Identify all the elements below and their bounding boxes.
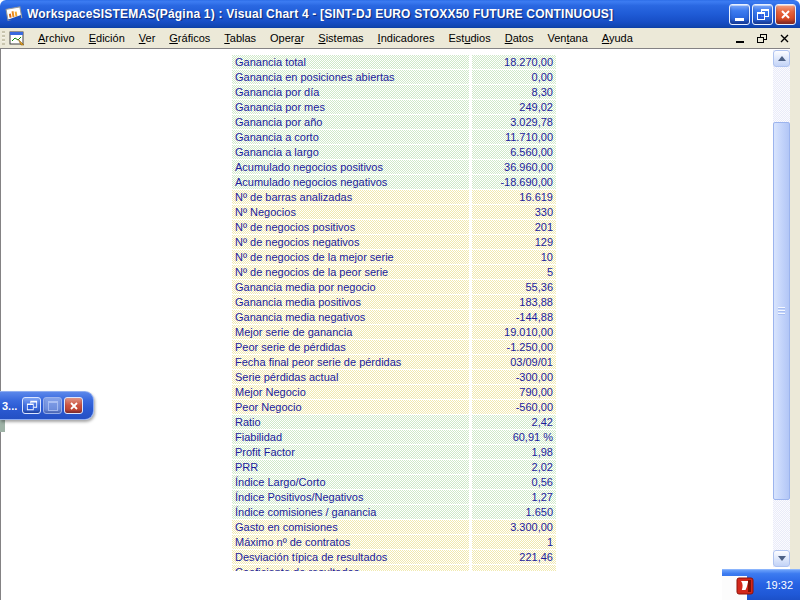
stats-row-ganancia-total[interactable]: Ganancia total18.270,00 bbox=[232, 55, 556, 69]
stats-row-n-de-negocios-de-la-mejor-serie[interactable]: Nº de negocios de la mejor serie10 bbox=[232, 250, 556, 264]
stat-label: Índice Largo/Corto bbox=[232, 475, 469, 489]
stat-value: 60,91 % bbox=[472, 430, 556, 444]
stat-value: -300,00 bbox=[472, 370, 556, 384]
stat-label: Nº de negocios positivos bbox=[232, 220, 469, 234]
stat-value: 790,00 bbox=[472, 385, 556, 399]
stat-label: Mejor serie de ganancia bbox=[232, 325, 469, 339]
stats-row-coeficiente-de-resultados[interactable]: Coeficiente de resultados bbox=[232, 565, 556, 571]
toolbar-grip[interactable] bbox=[2, 31, 5, 45]
stat-value: 1 bbox=[472, 535, 556, 549]
stat-value: 330 bbox=[472, 205, 556, 219]
stat-label: Máximo nº de contratos bbox=[232, 535, 469, 549]
stats-row-ganancia-media-negativos[interactable]: Ganancia media negativos-144,88 bbox=[232, 310, 556, 324]
stats-row-n-de-negocios-de-la-peor-serie[interactable]: Nº de negocios de la peor serie5 bbox=[232, 265, 556, 279]
visual-chart-tray-icon[interactable] bbox=[736, 577, 754, 595]
menu-item-edicion[interactable]: Edición bbox=[82, 28, 132, 48]
chart-document-icon bbox=[9, 31, 25, 46]
menu-item-archivo[interactable]: Archivo bbox=[31, 28, 82, 48]
stat-label: Ganancia por mes bbox=[232, 100, 469, 114]
stats-row-n-de-barras-analizadas[interactable]: Nº de barras analizadas16.619 bbox=[232, 190, 556, 204]
menu-item-operar[interactable]: Operar bbox=[263, 28, 311, 48]
menu-item-ayuda[interactable]: Ayuda bbox=[595, 28, 640, 48]
child-close-button[interactable] bbox=[776, 31, 792, 45]
stats-row-indice-positivos-negativos[interactable]: Índice Positivos/Negativos1,27 bbox=[232, 490, 556, 504]
stats-row-peor-serie-de-perdidas[interactable]: Peor serie de pérdidas-1.250,00 bbox=[232, 340, 556, 354]
scroll-up-icon bbox=[778, 56, 786, 61]
minimized-window-titlebar[interactable]: 3... bbox=[0, 391, 94, 420]
stat-value: 10 bbox=[472, 250, 556, 264]
menu-item-tablas[interactable]: Tablas bbox=[217, 28, 263, 48]
taskbar-tray: 19:32 bbox=[722, 569, 800, 600]
stats-row-peor-negocio[interactable]: Peor Negocio-560,00 bbox=[232, 400, 556, 414]
menu-item-ventana[interactable]: Ventana bbox=[540, 28, 594, 48]
stat-value: 249,02 bbox=[472, 100, 556, 114]
stats-row-fecha-final-peor-serie-de-perdidas[interactable]: Fecha final peor serie de pérdidas03/09/… bbox=[232, 355, 556, 369]
stats-row-acumulado-negocios-negativos[interactable]: Acumulado negocios negativos-18.690,00 bbox=[232, 175, 556, 189]
stat-value: 183,88 bbox=[472, 295, 556, 309]
vertical-scrollbar[interactable] bbox=[773, 50, 790, 567]
stat-label: Desviación típica de resultados bbox=[232, 550, 469, 564]
close-button[interactable] bbox=[775, 4, 796, 25]
visual-chart-window: WorkspaceSISTEMAS(Página 1) : Visual Cha… bbox=[0, 0, 800, 600]
menu-item-indicadores[interactable]: Indicadores bbox=[371, 28, 442, 48]
close-icon bbox=[780, 9, 791, 20]
menu-item-graficos[interactable]: Gráficos bbox=[162, 28, 217, 48]
menu-item-ver[interactable]: Ver bbox=[132, 28, 163, 48]
stat-label: Ganancia por año bbox=[232, 115, 469, 129]
minimized-close-button[interactable] bbox=[64, 397, 83, 414]
scrollbar-thumb[interactable] bbox=[773, 122, 790, 500]
stats-row-ganancia-por-mes[interactable]: Ganancia por mes249,02 bbox=[232, 100, 556, 114]
stats-row-desviacion-tipica-de-resultados[interactable]: Desviación típica de resultados221,46 bbox=[232, 550, 556, 564]
restore-button[interactable] bbox=[752, 4, 773, 25]
minimized-maximize-button[interactable] bbox=[43, 397, 62, 414]
stats-row-n-de-negocios-negativos[interactable]: Nº de negocios negativos129 bbox=[232, 235, 556, 249]
window-titlebar[interactable]: WorkspaceSISTEMAS(Página 1) : Visual Cha… bbox=[0, 0, 800, 28]
stat-value: 6.560,00 bbox=[472, 145, 556, 159]
window-title: WorkspaceSISTEMAS(Página 1) : Visual Cha… bbox=[27, 7, 729, 21]
stat-label: Ganancia en posiciones abiertas bbox=[232, 70, 469, 84]
stat-label: Nº de negocios de la peor serie bbox=[232, 265, 469, 279]
stats-row-fiabilidad[interactable]: Fiabilidad60,91 % bbox=[232, 430, 556, 444]
stats-row-ganancia-media-por-negocio[interactable]: Ganancia media por negocio55,36 bbox=[232, 280, 556, 294]
stats-row-ganancia-a-corto[interactable]: Ganancia a corto11.710,00 bbox=[232, 130, 556, 144]
scroll-down-button[interactable] bbox=[773, 550, 790, 567]
stat-value: 19.010,00 bbox=[472, 325, 556, 339]
stats-row-acumulado-negocios-positivos[interactable]: Acumulado negocios positivos36.960,00 bbox=[232, 160, 556, 174]
stat-label: Acumulado negocios positivos bbox=[232, 160, 469, 174]
app-icon bbox=[4, 4, 24, 24]
stats-row-indice-largo-corto[interactable]: Índice Largo/Corto0,56 bbox=[232, 475, 556, 489]
stat-label: Ganancia por día bbox=[232, 85, 469, 99]
stats-row-serie-perdidas-actual[interactable]: Serie pérdidas actual-300,00 bbox=[232, 370, 556, 384]
stat-value: 5 bbox=[472, 265, 556, 279]
stats-row-ganancia-por-dia[interactable]: Ganancia por día8,30 bbox=[232, 85, 556, 99]
stats-row-ganancia-por-ano[interactable]: Ganancia por año3.029,78 bbox=[232, 115, 556, 129]
stat-label: Ganancia a corto bbox=[232, 130, 469, 144]
minimize-button[interactable] bbox=[729, 4, 750, 25]
menu-item-sistemas[interactable]: Sistemas bbox=[311, 28, 370, 48]
stats-row-gasto-en-comisiones[interactable]: Gasto en comisiones3.300,00 bbox=[232, 520, 556, 534]
stats-row-n-de-negocios-positivos[interactable]: Nº de negocios positivos201 bbox=[232, 220, 556, 234]
stat-label: Profit Factor bbox=[232, 445, 469, 459]
child-minimize-button[interactable] bbox=[732, 31, 748, 45]
stats-row-ratio[interactable]: Ratio2,42 bbox=[232, 415, 556, 429]
scroll-up-button[interactable] bbox=[773, 50, 790, 67]
stats-row-ganancia-media-positivos[interactable]: Ganancia media positivos183,88 bbox=[232, 295, 556, 309]
stats-row-mejor-serie-de-ganancia[interactable]: Mejor serie de ganancia19.010,00 bbox=[232, 325, 556, 339]
stat-value: -560,00 bbox=[472, 400, 556, 414]
stats-row-mejor-negocio[interactable]: Mejor Negocio790,00 bbox=[232, 385, 556, 399]
menu-item-estudios[interactable]: Estudios bbox=[441, 28, 497, 48]
stat-label: Peor Negocio bbox=[232, 400, 469, 414]
system-statistics-table: Ganancia total18.270,00Ganancia en posic… bbox=[232, 55, 556, 571]
minimized-restore-button[interactable] bbox=[22, 397, 41, 414]
stats-row-ganancia-a-largo[interactable]: Ganancia a largo6.560,00 bbox=[232, 145, 556, 159]
stats-row-prr[interactable]: PRR2,02 bbox=[232, 460, 556, 474]
stat-label: Serie pérdidas actual bbox=[232, 370, 469, 384]
stats-row-profit-factor[interactable]: Profit Factor1,98 bbox=[232, 445, 556, 459]
stats-row-maximo-n-de-contratos[interactable]: Máximo nº de contratos1 bbox=[232, 535, 556, 549]
stat-value: 201 bbox=[472, 220, 556, 234]
stats-row-ganancia-en-posiciones-abiertas[interactable]: Ganancia en posiciones abiertas0,00 bbox=[232, 70, 556, 84]
child-restore-button[interactable] bbox=[754, 31, 770, 45]
stats-row-indice-comisiones-ganancia[interactable]: Índice comisiones / ganancia1.650 bbox=[232, 505, 556, 519]
stats-row-n-negocios[interactable]: Nº Negocios330 bbox=[232, 205, 556, 219]
menu-item-datos[interactable]: Datos bbox=[498, 28, 541, 48]
